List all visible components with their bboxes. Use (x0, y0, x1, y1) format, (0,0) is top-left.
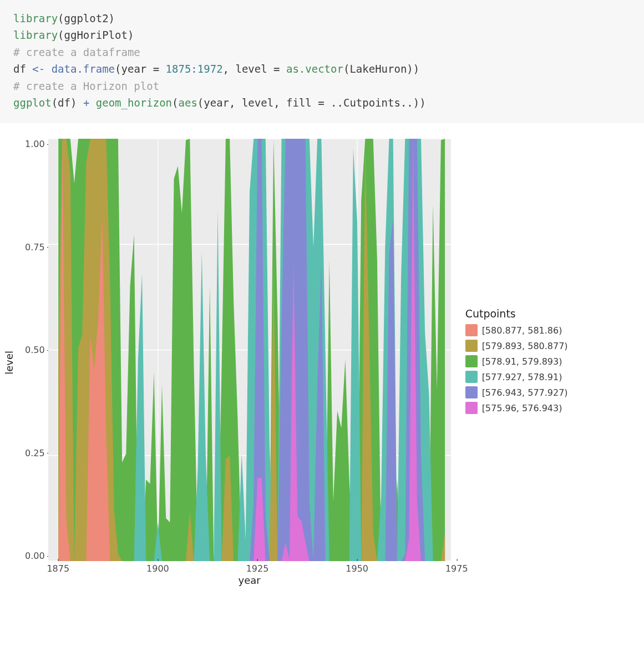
x-axis-ticks: 18751900192519501975 (48, 563, 451, 573)
code-token: ggplot2 (64, 12, 109, 24)
plot-left: level 1.000.750.500.250.00 (0, 139, 48, 586)
plot-panel (48, 139, 451, 561)
code-token: : (191, 63, 197, 75)
x-tick: 1925 (246, 563, 269, 574)
code-token: <- (32, 63, 45, 75)
legend-swatch (465, 340, 478, 352)
y-tick: 1.00 (25, 139, 45, 149)
code-line: df <- data.frame(year = 1875:1972, level… (13, 60, 631, 77)
code-token (89, 97, 95, 109)
x-axis-title: year (48, 573, 451, 586)
legend-label: [580.877, 581.86) (482, 325, 562, 336)
plot-svg (48, 139, 451, 561)
code-token: ( (58, 12, 64, 24)
code-token: df (58, 97, 70, 109)
code-line: ggplot(df) + geom_horizon(aes(year, leve… (13, 94, 631, 111)
legend-label: [576.943, 577.927) (482, 387, 568, 398)
code-token: , (223, 63, 236, 75)
x-tick: 1900 (146, 563, 169, 574)
code-token: level = (235, 63, 286, 75)
code-line: library(ggHoriPlot) (13, 27, 631, 43)
legend-item: [577.927, 578.91) (465, 371, 568, 383)
code-token: 1875 (166, 63, 191, 75)
legend-item: [578.91, 579.893) (465, 355, 568, 367)
legend: Cutpoints [580.877, 581.86)[579.893, 580… (451, 307, 568, 417)
code-token: year = (121, 63, 166, 75)
code-token: ( (343, 63, 349, 75)
code-token: aes (179, 97, 197, 109)
code-token: LakeHuron (349, 63, 407, 75)
legend-swatch (465, 402, 478, 414)
y-tick: 0.50 (25, 345, 45, 355)
plot-canvas-wrap: 18751900192519501975 year (48, 139, 451, 586)
x-tick: 1975 (445, 563, 468, 574)
code-token: ) (70, 97, 83, 109)
code-token: year, level, (204, 97, 286, 109)
x-tick: 1875 (47, 563, 69, 574)
code-line: # create a dataframe (13, 44, 631, 60)
code-token: ) (109, 12, 115, 24)
y-axis-ticks: 1.000.750.500.250.00 (25, 139, 48, 561)
legend-item: [580.877, 581.86) (465, 324, 568, 336)
y-tick: 0.25 (25, 448, 45, 458)
code-token: ( (172, 97, 178, 109)
code-token: # create a Horizon plot (13, 80, 159, 92)
legend-label: [575.96, 576.943) (482, 403, 562, 413)
legend-swatch (465, 386, 478, 398)
code-token: + (83, 97, 89, 109)
code-token: ( (115, 63, 121, 75)
page-root: library(ggplot2)library(ggHoriPlot)# cre… (0, 0, 644, 666)
code-token: ggHoriPlot (64, 29, 128, 41)
code-token: ( (52, 97, 58, 109)
legend-label: [578.91, 579.893) (482, 356, 562, 367)
legend-item: [575.96, 576.943) (465, 402, 568, 414)
code-token: ..Cutpoints.. (331, 97, 413, 109)
y-axis-title: level (0, 351, 25, 375)
code-token: ggplot (13, 97, 52, 109)
code-token: ( (58, 29, 64, 41)
code-token: library (13, 29, 58, 41)
code-token: )) (407, 63, 419, 75)
code-token: 1972 (197, 63, 223, 75)
code-token: ) (128, 29, 134, 41)
code-token: geom_horizon (96, 97, 172, 109)
code-token: data.frame (52, 63, 115, 75)
code-line: # create a Horizon plot (13, 78, 631, 94)
code-token: # create a dataframe (13, 46, 140, 58)
code-block: library(ggplot2)library(ggHoriPlot)# cre… (0, 0, 644, 123)
legend-item: [579.893, 580.877) (465, 340, 568, 352)
legend-item: [576.943, 577.927) (465, 386, 568, 398)
legend-title: Cutpoints (465, 307, 568, 320)
plot-container: level 1.000.750.500.250.00 1875190019251… (0, 123, 644, 586)
x-tick: 1950 (346, 563, 368, 574)
code-token: as.vector (286, 63, 343, 75)
code-token: ( (197, 97, 204, 109)
legend-label: [577.927, 578.91) (482, 372, 562, 382)
code-token (45, 63, 51, 75)
legend-swatch (465, 371, 478, 383)
code-line: library(ggplot2) (13, 10, 631, 27)
y-tick: 0.75 (25, 242, 45, 253)
code-token: df (13, 63, 32, 75)
legend-swatch (465, 324, 478, 336)
legend-label: [579.893, 580.877) (482, 341, 568, 351)
code-token: fill = (286, 97, 331, 109)
legend-swatch (465, 355, 478, 367)
code-token: library (13, 12, 58, 24)
y-tick: 0.00 (25, 551, 45, 561)
code-token: )) (413, 97, 426, 109)
